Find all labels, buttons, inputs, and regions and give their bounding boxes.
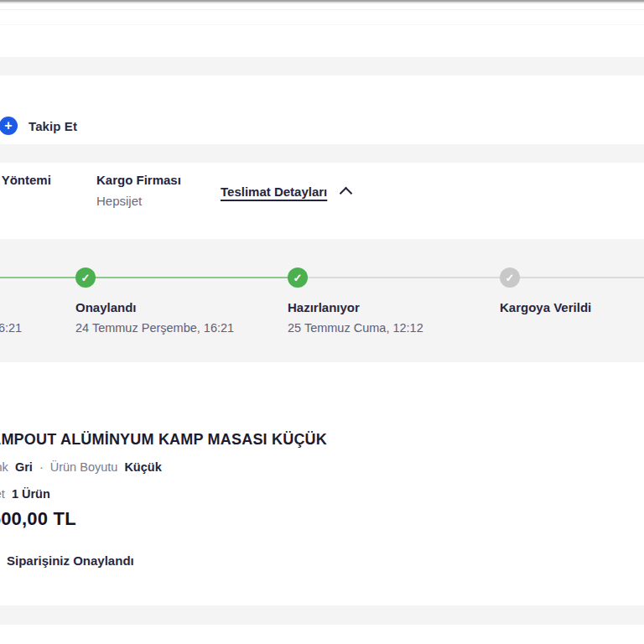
step-done-icon: ✓ bbox=[75, 267, 96, 288]
attr-color-label: Renk bbox=[0, 460, 8, 474]
step-label: Onaylandı bbox=[75, 300, 234, 314]
plus-glyph: + bbox=[4, 119, 12, 132]
order-status-text: Siparişiniz Onaylandı bbox=[7, 553, 134, 568]
quantity-row: Adet 1 Ürün bbox=[0, 487, 54, 501]
check-icon: ✓ bbox=[506, 273, 515, 283]
carrier-value: Hepsijet bbox=[96, 194, 142, 208]
follow-button[interactable]: + Takip Et bbox=[0, 116, 77, 136]
follow-button-label: Takip Et bbox=[29, 119, 77, 133]
attr-size-value: Küçük bbox=[124, 460, 161, 474]
order-total-price: 1.500,00 TL bbox=[0, 508, 76, 530]
check-icon: ✓ bbox=[293, 273, 303, 283]
step-label: Hazırlanıyor bbox=[288, 300, 423, 314]
delivery-details-label: Teslimat Detayları bbox=[221, 184, 327, 199]
attr-separator: · bbox=[39, 460, 44, 474]
tracker-step-approved: ✓ Onaylandı 24 Temmuz Perşembe, 16:21 bbox=[75, 267, 234, 335]
step-date: 24 Temmuz Perşembe, 16:21 bbox=[0, 321, 22, 335]
delivery-details-link[interactable]: Teslimat Detayları bbox=[221, 184, 351, 199]
delivery-method-label: Teslimat Yöntemi bbox=[0, 173, 51, 187]
step-label: Kargoya Verildi bbox=[500, 300, 591, 314]
tracker-step-preparing: ✓ Hazırlanıyor 25 Temmuz Cuma, 12:12 bbox=[288, 267, 423, 335]
attr-size-label: Ürün Boyutu bbox=[50, 460, 118, 474]
step-date: 24 Temmuz Perşembe, 16:21 bbox=[75, 321, 234, 335]
top-border-shadow bbox=[0, 2, 644, 3]
step-done-icon: ✓ bbox=[288, 267, 308, 288]
chevron-up-icon bbox=[340, 187, 353, 200]
product-title-link[interactable]: CAMPOUT ALÜMİNYUM KAMP MASASI KÜÇÜK bbox=[0, 431, 327, 449]
header-divider bbox=[0, 9, 644, 10]
header-divider-faint bbox=[0, 24, 644, 25]
section-divider bbox=[0, 605, 644, 625]
step-label: Sipariş Alındı bbox=[0, 300, 22, 314]
step-date: 25 Temmuz Cuma, 12:12 bbox=[288, 321, 423, 335]
quantity-value: 1 Ürün bbox=[12, 487, 50, 501]
plus-icon: + bbox=[0, 117, 18, 135]
check-icon: ✓ bbox=[81, 273, 91, 283]
attr-color-value: Gri bbox=[15, 460, 33, 474]
product-attributes: Renk Gri · Ürün Boyutu Küçük bbox=[0, 460, 165, 474]
carrier-label: Kargo Firması bbox=[96, 173, 181, 187]
order-detail-page: + Takip Et Teslimat Yöntemi Standart Kar… bbox=[0, 0, 644, 644]
quantity-label: Adet bbox=[0, 487, 5, 501]
section-divider bbox=[0, 144, 644, 163]
order-progress-tracker: ✓ Sipariş Alındı 24 Temmuz Perşembe, 16:… bbox=[0, 239, 644, 362]
tracker-step-shipped: ✓ Kargoya Verildi bbox=[500, 267, 591, 321]
step-pending-icon: ✓ bbox=[500, 267, 520, 288]
section-divider bbox=[0, 57, 644, 75]
tracker-step-order-received: ✓ Sipariş Alındı 24 Temmuz Perşembe, 16:… bbox=[0, 267, 22, 335]
